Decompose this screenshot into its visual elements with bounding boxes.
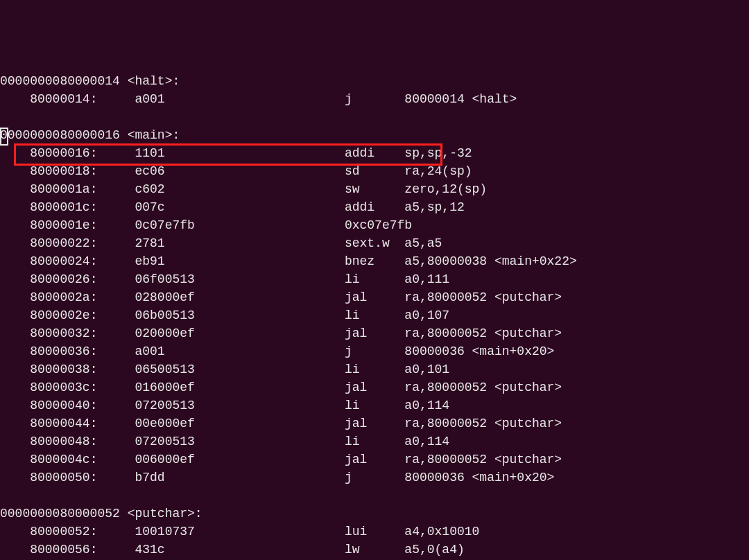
opcode: 006000ef (135, 453, 344, 466)
opcode: 00e000ef (135, 417, 344, 430)
opcode: 007c (135, 200, 344, 214)
opcode: 431c (135, 543, 344, 557)
opcode: 016000ef (135, 380, 344, 394)
mnemonic: sext.w (345, 236, 404, 250)
opcode: c602 (135, 182, 344, 196)
address: 8000004c: (30, 453, 135, 466)
disasm-line: 80000016: 1101 addi sp,sp,-32 (0, 144, 749, 162)
disasm-line: 80000050: b7dd j 80000036 <main+0x20> (0, 469, 749, 487)
disasm-line: 8000001c: 007c addi a5,sp,12 (0, 198, 749, 216)
address: 80000022: (30, 236, 135, 250)
opcode: 020000ef (135, 326, 344, 340)
section-header: 0000000080000016 <main>: (0, 126, 749, 144)
mnemonic: jal (345, 380, 404, 394)
address: 80000018: (30, 164, 135, 178)
mnemonic: addi (345, 146, 404, 160)
opcode: 1101 (135, 146, 344, 160)
address: 80000036: (30, 344, 135, 358)
disasm-line: 80000048: 07200513 li a0,114 (0, 432, 749, 450)
mnemonic: j (345, 344, 404, 358)
address: 80000052: (30, 525, 135, 539)
operands: a4,0x10010 (404, 525, 479, 539)
address: 80000014: (30, 92, 135, 106)
address: 8000002a: (30, 290, 135, 304)
address: 8000003c: (30, 380, 135, 394)
operands: 80000036 <main+0x20> (404, 344, 554, 358)
section-header: 0000000080000052 <putchar>: (0, 505, 749, 523)
operands: a5,a5 (404, 236, 442, 250)
mnemonic: lw (345, 543, 404, 557)
opcode: 07200513 (135, 435, 344, 448)
operands: a0,111 (404, 272, 449, 286)
operands: ra,24(sp) (404, 164, 472, 178)
operands: ra,80000052 <putchar> (404, 453, 562, 466)
disasm-line: 80000044: 00e000ef jal ra,80000052 <putc… (0, 414, 749, 432)
opcode: b7dd (135, 471, 344, 484)
mnemonic: li (345, 399, 404, 412)
mnemonic: bnez (345, 254, 404, 268)
address: 8000001c: (30, 200, 135, 214)
mnemonic: li (345, 308, 404, 322)
opcode: 10010737 (135, 525, 344, 539)
mnemonic: li (345, 362, 404, 376)
address: 80000024: (30, 254, 135, 268)
disasm-line: 80000038: 06500513 li a0,101 (0, 360, 749, 378)
disasm-line: 80000024: eb91 bnez a5,80000038 <main+0x… (0, 252, 749, 270)
opcode: a001 (135, 92, 344, 106)
operands: a0,114 (404, 399, 449, 412)
disasm-line: 8000002e: 06b00513 li a0,107 (0, 306, 749, 324)
disasm-line: 80000022: 2781 sext.w a5,a5 (0, 234, 749, 252)
disasm-line: 80000052: 10010737 lui a4,0x10010 (0, 523, 749, 541)
disasm-line: 8000004c: 006000ef jal ra,80000052 <putc… (0, 450, 749, 469)
disasm-line: 80000040: 07200513 li a0,114 (0, 396, 749, 414)
disasm-line: 80000026: 06f00513 li a0,111 (0, 270, 749, 288)
disasm-line: 80000018: ec06 sd ra,24(sp) (0, 162, 749, 180)
opcode: eb91 (135, 254, 344, 268)
mnemonic: j (345, 92, 404, 106)
blank-line (0, 487, 749, 505)
opcode: 028000ef (135, 290, 344, 304)
address: 80000050: (30, 471, 135, 484)
mnemonic: lui (345, 525, 404, 539)
mnemonic: li (345, 272, 404, 286)
mnemonic: jal (345, 326, 404, 340)
mnemonic: jal (345, 453, 404, 466)
address: 80000026: (30, 272, 135, 286)
mnemonic: li (345, 435, 404, 448)
mnemonic: addi (345, 200, 404, 214)
opcode: 07200513 (135, 399, 344, 412)
operands: a0,101 (404, 362, 449, 376)
operands: a5,sp,12 (404, 200, 464, 214)
operands: zero,12(sp) (404, 182, 487, 196)
opcode: 0c07e7fb (135, 218, 344, 232)
disasm-line: 80000032: 020000ef jal ra,80000052 <putc… (0, 324, 749, 342)
disasm-line: 80000036: a001 j 80000036 <main+0x20> (0, 342, 749, 360)
address: 80000040: (30, 399, 135, 412)
address: 80000032: (30, 326, 135, 340)
mnemonic: sw (345, 182, 404, 196)
address: 8000002e: (30, 308, 135, 322)
operands: ra,80000052 <putchar> (404, 326, 562, 340)
address: 80000056: (30, 543, 135, 557)
mnemonic: jal (345, 417, 404, 430)
disasm-line: 8000001a: c602 sw zero,12(sp) (0, 180, 749, 198)
address: 8000001e: (30, 218, 135, 232)
operands: sp,sp,-32 (404, 146, 472, 160)
opcode: ec06 (135, 164, 344, 178)
address: 80000038: (30, 362, 135, 376)
mnemonic: jal (345, 290, 404, 304)
operands: a5,80000038 <main+0x22> (404, 254, 576, 268)
operands: ra,80000052 <putchar> (404, 380, 562, 394)
operands: a0,114 (404, 435, 449, 448)
address: 80000048: (30, 435, 135, 448)
mnemonic: 0xc07e7fb (345, 218, 412, 232)
address: 80000044: (30, 417, 135, 430)
disasm-line: 80000014: a001 j 80000014 <halt> (0, 90, 749, 108)
opcode: 06b00513 (135, 308, 344, 322)
disasm-line: 8000001e: 0c07e7fb 0xc07e7fb (0, 216, 749, 234)
operands: a5,0(a4) (404, 543, 464, 557)
opcode: a001 (135, 344, 344, 358)
disasm-line: 80000056: 431c lw a5,0(a4) (0, 541, 749, 559)
operands: ra,80000052 <putchar> (404, 290, 562, 304)
operands: ra,80000052 <putchar> (404, 417, 562, 430)
